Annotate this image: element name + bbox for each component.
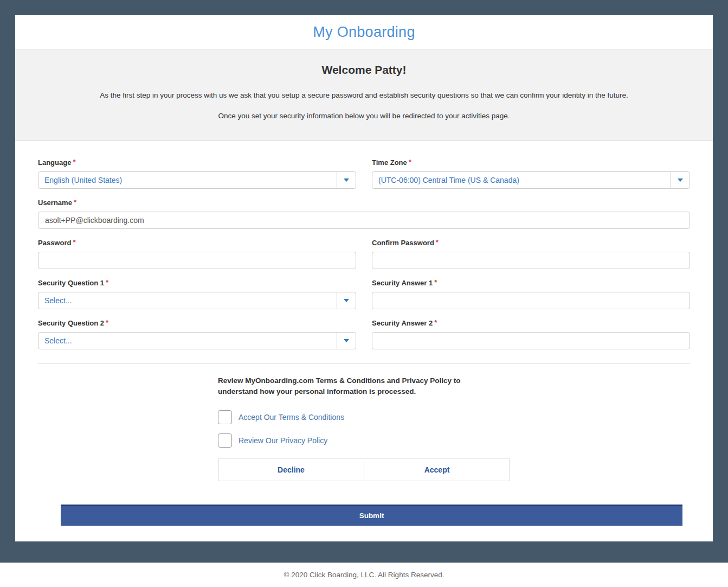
welcome-paragraph-2: Once you set your security information b… [59,112,669,120]
decline-button[interactable]: Decline [218,458,364,481]
form-row-language-timezone: Language* English (United States) Time Z… [38,158,690,189]
security-question-1-label: Security Question 1* [38,279,356,287]
terms-review-text-line-2: understand how your personal information… [218,386,510,397]
card-header: My Onboarding [15,15,713,49]
required-asterisk: * [73,158,75,166]
chevron-down-icon [344,339,349,342]
privacy-policy-checkbox[interactable] [218,433,232,448]
accept-terms-row: Accept Our Terms & Conditions [218,410,510,424]
form-row-username: Username* [38,199,690,229]
password-label: Password* [38,239,356,247]
required-asterisk: * [409,158,411,166]
welcome-banner: Welcome Patty! As the first step in your… [15,49,713,141]
welcome-paragraph-1: As the first step in your process with u… [59,91,669,99]
security-question-2-field-group: Security Question 2* Select... [38,319,356,349]
password-input[interactable] [38,252,356,269]
security-answer-2-label: Security Answer 2* [372,319,690,327]
decline-accept-button-group: Decline Accept [218,458,510,481]
confirm-password-input[interactable] [372,252,690,269]
username-field-group: Username* [38,199,690,229]
username-label-text: Username [38,199,72,207]
footer: © 2020 Click Boarding, LLC. All Rights R… [0,563,728,587]
security-answer-2-label-text: Security Answer 2 [372,319,433,327]
required-asterisk: * [106,278,108,286]
security-answer-2-field-group: Security Answer 2* [372,319,690,349]
security-question-2-selected-value: Select... [38,336,78,345]
terms-review-text-line-1: Review MyOnboarding.com Terms & Conditio… [218,375,510,386]
submit-button[interactable]: Submit [61,505,682,526]
security-answer-2-input[interactable] [372,332,690,349]
security-question-2-label-text: Security Question 2 [38,319,104,327]
language-field-group: Language* English (United States) [38,158,356,189]
required-asterisk: * [434,318,437,327]
form-row-security-2: Security Question 2* Select... Security … [38,319,690,349]
required-asterisk: * [434,278,437,286]
confirm-password-field-group: Confirm Password* [372,239,690,269]
timezone-select-caret-segment[interactable] [671,172,690,188]
welcome-heading: Welcome Patty! [59,63,669,76]
terms-section: Review MyOnboarding.com Terms & Conditio… [218,375,510,481]
security-setup-form: Language* English (United States) Time Z… [15,141,713,526]
form-row-security-1: Security Question 1* Select... Security … [38,279,690,309]
security-question-2-label: Security Question 2* [38,319,356,327]
page-title: My Onboarding [313,24,415,41]
required-asterisk: * [436,238,439,246]
password-label-text: Password [38,239,71,247]
username-label: Username* [38,199,690,207]
chevron-down-icon [344,178,349,182]
accept-terms-label[interactable]: Accept Our Terms & Conditions [239,413,344,422]
username-input[interactable] [38,212,690,229]
language-select[interactable]: English (United States) [38,171,356,189]
terms-review-text: Review MyOnboarding.com Terms & Conditio… [218,375,510,397]
privacy-policy-label[interactable]: Review Our Privacy Policy [239,436,327,445]
timezone-selected-value: (UTC-06:00) Central Time (US & Canada) [372,176,525,184]
security-question-2-select[interactable]: Select... [38,332,356,349]
chevron-down-icon [344,299,349,302]
timezone-select[interactable]: (UTC-06:00) Central Time (US & Canada) [372,171,690,189]
security-answer-1-field-group: Security Answer 1* [372,279,690,309]
security-question-1-label-text: Security Question 1 [38,279,104,287]
language-label: Language* [38,158,356,167]
onboarding-card: My Onboarding Welcome Patty! As the firs… [15,15,713,541]
required-asterisk: * [73,238,75,246]
security-question-2-caret-segment[interactable] [337,333,356,349]
confirm-password-label-text: Confirm Password [372,239,434,247]
chevron-down-icon [678,178,683,182]
password-field-group: Password* [38,239,356,269]
language-label-text: Language [38,158,71,167]
timezone-field-group: Time Zone* (UTC-06:00) Central Time (US … [372,158,690,189]
privacy-policy-row: Review Our Privacy Policy [218,433,510,448]
security-answer-1-label: Security Answer 1* [372,279,690,287]
language-selected-value: English (United States) [38,176,128,184]
security-answer-1-label-text: Security Answer 1 [372,279,433,287]
security-question-1-caret-segment[interactable] [337,292,356,309]
copyright-text: © 2020 Click Boarding, LLC. All Rights R… [284,571,444,579]
accept-button[interactable]: Accept [364,458,510,481]
section-divider [38,363,690,364]
confirm-password-label: Confirm Password* [372,239,690,247]
language-select-caret-segment[interactable] [337,172,356,188]
timezone-label-text: Time Zone [372,158,407,167]
security-question-1-field-group: Security Question 1* Select... [38,279,356,309]
security-answer-1-input[interactable] [372,292,690,309]
required-asterisk: * [106,318,108,327]
timezone-label: Time Zone* [372,158,690,167]
required-asterisk: * [74,198,76,206]
security-question-1-select[interactable]: Select... [38,292,356,309]
accept-terms-checkbox[interactable] [218,410,232,424]
security-question-1-selected-value: Select... [38,296,78,305]
form-row-passwords: Password* Confirm Password* [38,239,690,269]
